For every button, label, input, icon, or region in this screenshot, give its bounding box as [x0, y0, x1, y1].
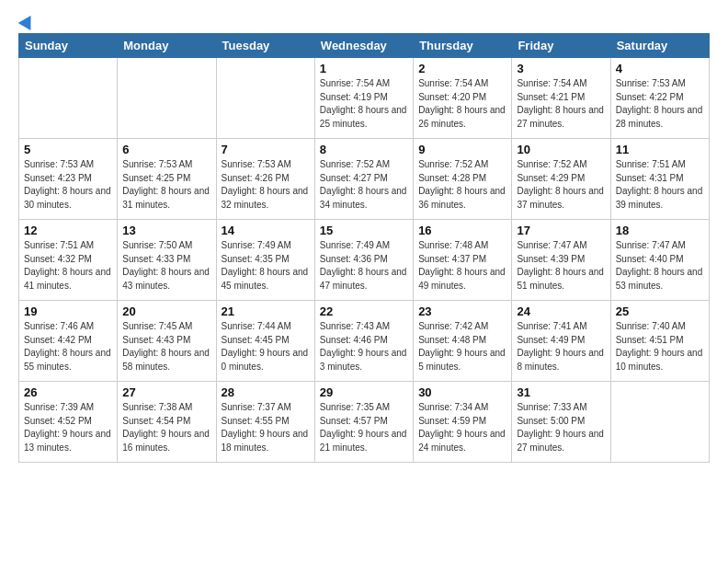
col-header-tuesday: Tuesday	[216, 34, 314, 58]
calendar-table: SundayMondayTuesdayWednesdayThursdayFrid…	[18, 33, 710, 463]
day-number: 5	[24, 143, 112, 156]
empty-cell	[19, 58, 118, 139]
day-info: Sunrise: 7:52 AM Sunset: 4:28 PM Dayligh…	[418, 158, 506, 212]
day-info: Sunrise: 7:39 AM Sunset: 4:52 PM Dayligh…	[24, 401, 112, 454]
day-cell-11: 11Sunrise: 7:51 AM Sunset: 4:31 PM Dayli…	[610, 139, 709, 220]
day-cell-31: 31Sunrise: 7:33 AM Sunset: 5:00 PM Dayli…	[512, 382, 610, 463]
day-cell-26: 26Sunrise: 7:39 AM Sunset: 4:52 PM Dayli…	[19, 382, 118, 463]
day-number: 8	[320, 143, 408, 156]
day-info: Sunrise: 7:45 AM Sunset: 4:43 PM Dayligh…	[122, 320, 210, 373]
day-info: Sunrise: 7:35 AM Sunset: 4:57 PM Dayligh…	[320, 401, 408, 454]
page: SundayMondayTuesdayWednesdayThursdayFrid…	[0, 0, 728, 477]
day-number: 10	[517, 143, 605, 156]
day-number: 13	[122, 224, 210, 237]
day-cell-25: 25Sunrise: 7:40 AM Sunset: 4:51 PM Dayli…	[610, 301, 709, 382]
day-info: Sunrise: 7:53 AM Sunset: 4:25 PM Dayligh…	[122, 158, 210, 212]
day-info: Sunrise: 7:51 AM Sunset: 4:32 PM Dayligh…	[24, 239, 112, 293]
day-info: Sunrise: 7:51 AM Sunset: 4:31 PM Dayligh…	[616, 158, 704, 212]
day-info: Sunrise: 7:53 AM Sunset: 4:22 PM Dayligh…	[616, 77, 704, 131]
day-cell-1: 1Sunrise: 7:54 AM Sunset: 4:19 PM Daylig…	[314, 58, 413, 139]
day-cell-7: 7Sunrise: 7:53 AM Sunset: 4:26 PM Daylig…	[216, 139, 314, 220]
day-number: 12	[24, 224, 112, 237]
day-cell-14: 14Sunrise: 7:49 AM Sunset: 4:35 PM Dayli…	[216, 220, 314, 301]
col-header-monday: Monday	[118, 34, 216, 58]
day-info: Sunrise: 7:50 AM Sunset: 4:33 PM Dayligh…	[122, 239, 210, 293]
day-cell-10: 10Sunrise: 7:52 AM Sunset: 4:29 PM Dayli…	[512, 139, 610, 220]
day-cell-20: 20Sunrise: 7:45 AM Sunset: 4:43 PM Dayli…	[118, 301, 216, 382]
day-number: 31	[517, 385, 605, 399]
day-cell-9: 9Sunrise: 7:52 AM Sunset: 4:28 PM Daylig…	[414, 139, 512, 220]
day-info: Sunrise: 7:40 AM Sunset: 4:51 PM Dayligh…	[616, 320, 704, 373]
day-info: Sunrise: 7:49 AM Sunset: 4:36 PM Dayligh…	[320, 239, 408, 293]
day-number: 6	[122, 143, 210, 156]
day-info: Sunrise: 7:34 AM Sunset: 4:59 PM Dayligh…	[418, 401, 506, 454]
col-header-saturday: Saturday	[610, 34, 709, 58]
day-number: 9	[418, 143, 506, 156]
day-number: 25	[616, 304, 704, 318]
day-cell-28: 28Sunrise: 7:37 AM Sunset: 4:55 PM Dayli…	[216, 382, 314, 463]
day-number: 16	[418, 224, 506, 237]
day-number: 14	[222, 224, 310, 237]
day-info: Sunrise: 7:52 AM Sunset: 4:29 PM Dayligh…	[517, 158, 605, 212]
day-cell-29: 29Sunrise: 7:35 AM Sunset: 4:57 PM Dayli…	[314, 382, 413, 463]
day-number: 20	[122, 304, 210, 318]
day-cell-24: 24Sunrise: 7:41 AM Sunset: 4:49 PM Dayli…	[512, 301, 610, 382]
logo-triangle-icon	[18, 12, 38, 30]
day-number: 28	[222, 385, 310, 399]
empty-cell	[216, 58, 314, 139]
day-info: Sunrise: 7:47 AM Sunset: 4:39 PM Dayligh…	[517, 239, 605, 293]
day-cell-2: 2Sunrise: 7:54 AM Sunset: 4:20 PM Daylig…	[414, 58, 512, 139]
week-row-0: 1Sunrise: 7:54 AM Sunset: 4:19 PM Daylig…	[19, 58, 710, 139]
day-number: 23	[418, 304, 506, 318]
day-number: 24	[517, 304, 605, 318]
day-cell-8: 8Sunrise: 7:52 AM Sunset: 4:27 PM Daylig…	[314, 139, 413, 220]
header	[18, 15, 710, 24]
day-info: Sunrise: 7:52 AM Sunset: 4:27 PM Dayligh…	[320, 158, 408, 212]
day-number: 15	[320, 224, 408, 237]
day-number: 22	[320, 304, 408, 318]
day-info: Sunrise: 7:46 AM Sunset: 4:42 PM Dayligh…	[24, 320, 112, 373]
day-number: 17	[517, 224, 605, 237]
day-cell-5: 5Sunrise: 7:53 AM Sunset: 4:23 PM Daylig…	[19, 139, 118, 220]
day-info: Sunrise: 7:49 AM Sunset: 4:35 PM Dayligh…	[222, 239, 310, 293]
day-info: Sunrise: 7:41 AM Sunset: 4:49 PM Dayligh…	[517, 320, 605, 373]
day-number: 3	[517, 62, 605, 75]
day-cell-6: 6Sunrise: 7:53 AM Sunset: 4:25 PM Daylig…	[118, 139, 216, 220]
day-cell-19: 19Sunrise: 7:46 AM Sunset: 4:42 PM Dayli…	[19, 301, 118, 382]
day-cell-12: 12Sunrise: 7:51 AM Sunset: 4:32 PM Dayli…	[19, 220, 118, 301]
day-info: Sunrise: 7:42 AM Sunset: 4:48 PM Dayligh…	[418, 320, 506, 373]
empty-cell	[610, 382, 709, 463]
day-cell-30: 30Sunrise: 7:34 AM Sunset: 4:59 PM Dayli…	[414, 382, 512, 463]
calendar-header-row: SundayMondayTuesdayWednesdayThursdayFrid…	[19, 34, 710, 58]
day-info: Sunrise: 7:38 AM Sunset: 4:54 PM Dayligh…	[122, 401, 210, 454]
day-info: Sunrise: 7:37 AM Sunset: 4:55 PM Dayligh…	[222, 401, 310, 454]
day-number: 18	[616, 224, 704, 237]
day-number: 29	[320, 385, 408, 399]
col-header-wednesday: Wednesday	[314, 34, 413, 58]
day-cell-4: 4Sunrise: 7:53 AM Sunset: 4:22 PM Daylig…	[610, 58, 709, 139]
day-info: Sunrise: 7:47 AM Sunset: 4:40 PM Dayligh…	[616, 239, 704, 293]
day-cell-16: 16Sunrise: 7:48 AM Sunset: 4:37 PM Dayli…	[414, 220, 512, 301]
day-info: Sunrise: 7:54 AM Sunset: 4:21 PM Dayligh…	[517, 77, 605, 131]
day-number: 30	[418, 385, 506, 399]
col-header-friday: Friday	[512, 34, 610, 58]
day-number: 2	[418, 62, 506, 75]
day-info: Sunrise: 7:33 AM Sunset: 5:00 PM Dayligh…	[517, 401, 605, 454]
day-number: 1	[320, 62, 408, 75]
day-info: Sunrise: 7:53 AM Sunset: 4:23 PM Dayligh…	[24, 158, 112, 212]
day-cell-22: 22Sunrise: 7:43 AM Sunset: 4:46 PM Dayli…	[314, 301, 413, 382]
day-number: 19	[24, 304, 112, 318]
day-info: Sunrise: 7:48 AM Sunset: 4:37 PM Dayligh…	[418, 239, 506, 293]
week-row-3: 19Sunrise: 7:46 AM Sunset: 4:42 PM Dayli…	[19, 301, 710, 382]
day-cell-15: 15Sunrise: 7:49 AM Sunset: 4:36 PM Dayli…	[314, 220, 413, 301]
col-header-thursday: Thursday	[414, 34, 512, 58]
col-header-sunday: Sunday	[19, 34, 118, 58]
day-info: Sunrise: 7:44 AM Sunset: 4:45 PM Dayligh…	[222, 320, 310, 373]
week-row-1: 5Sunrise: 7:53 AM Sunset: 4:23 PM Daylig…	[19, 139, 710, 220]
day-cell-17: 17Sunrise: 7:47 AM Sunset: 4:39 PM Dayli…	[512, 220, 610, 301]
week-row-2: 12Sunrise: 7:51 AM Sunset: 4:32 PM Dayli…	[19, 220, 710, 301]
day-info: Sunrise: 7:54 AM Sunset: 4:20 PM Dayligh…	[418, 77, 506, 131]
week-row-4: 26Sunrise: 7:39 AM Sunset: 4:52 PM Dayli…	[19, 382, 710, 463]
day-number: 26	[24, 385, 112, 399]
day-cell-13: 13Sunrise: 7:50 AM Sunset: 4:33 PM Dayli…	[118, 220, 216, 301]
